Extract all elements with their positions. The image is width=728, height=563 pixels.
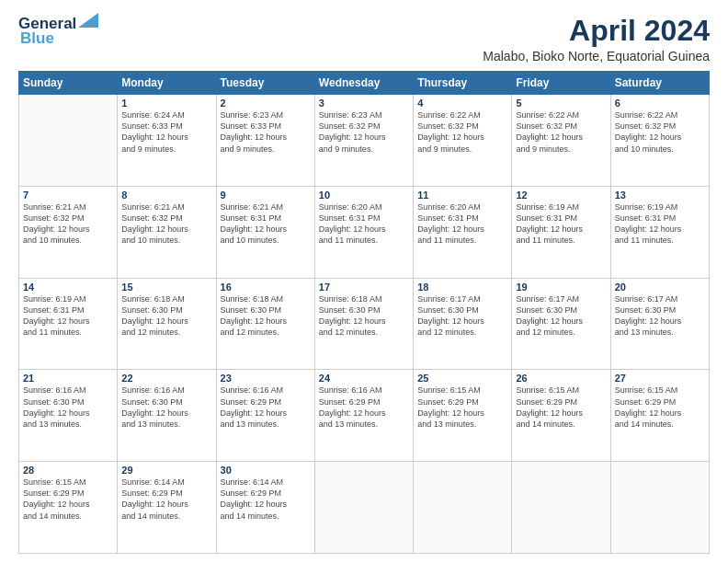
day-info: Sunrise: 6:18 AMSunset: 6:30 PMDaylight:… (121, 293, 211, 339)
title-section: April 2024 Malabo, Bioko Norte, Equatori… (483, 15, 710, 63)
calendar-cell: 5Sunrise: 6:22 AMSunset: 6:32 PMDaylight… (512, 95, 610, 187)
col-tuesday: Tuesday (216, 72, 314, 95)
calendar-cell: 13Sunrise: 6:19 AMSunset: 6:31 PMDayligh… (610, 186, 709, 278)
week-row-2: 7Sunrise: 6:21 AMSunset: 6:32 PMDaylight… (19, 186, 710, 278)
calendar-cell: 1Sunrise: 6:24 AMSunset: 6:33 PMDaylight… (118, 95, 216, 187)
calendar-cell (610, 462, 709, 554)
svg-marker-0 (78, 13, 98, 28)
day-info: Sunrise: 6:17 AMSunset: 6:30 PMDaylight:… (615, 293, 705, 339)
day-number: 17 (319, 282, 409, 293)
day-number: 30 (221, 465, 311, 476)
day-number: 10 (319, 190, 409, 201)
day-info: Sunrise: 6:19 AMSunset: 6:31 PMDaylight:… (615, 201, 705, 247)
day-number: 3 (319, 98, 409, 109)
day-info: Sunrise: 6:15 AMSunset: 6:29 PMDaylight:… (23, 477, 113, 522)
day-number: 1 (121, 98, 211, 109)
day-number: 19 (516, 282, 606, 293)
day-info: Sunrise: 6:17 AMSunset: 6:30 PMDaylight:… (516, 293, 606, 339)
day-info: Sunrise: 6:14 AMSunset: 6:29 PMDaylight:… (221, 477, 311, 522)
calendar-cell (512, 462, 610, 554)
week-row-3: 14Sunrise: 6:19 AMSunset: 6:31 PMDayligh… (19, 278, 710, 370)
day-number: 7 (23, 190, 113, 201)
calendar-cell: 29Sunrise: 6:14 AMSunset: 6:29 PMDayligh… (118, 462, 216, 554)
day-info: Sunrise: 6:20 AMSunset: 6:31 PMDaylight:… (319, 201, 409, 247)
day-info: Sunrise: 6:17 AMSunset: 6:30 PMDaylight:… (417, 293, 507, 339)
calendar-cell: 7Sunrise: 6:21 AMSunset: 6:32 PMDaylight… (19, 186, 118, 278)
day-info: Sunrise: 6:16 AMSunset: 6:29 PMDaylight:… (319, 385, 409, 430)
day-number: 8 (121, 190, 211, 201)
day-number: 5 (516, 98, 606, 109)
day-number: 27 (615, 373, 705, 384)
day-info: Sunrise: 6:15 AMSunset: 6:29 PMDaylight:… (516, 385, 606, 430)
day-number: 15 (121, 282, 211, 293)
day-number: 24 (319, 373, 409, 384)
calendar-cell: 28Sunrise: 6:15 AMSunset: 6:29 PMDayligh… (19, 462, 118, 554)
logo: General Blue (18, 15, 98, 48)
col-wednesday: Wednesday (314, 72, 413, 95)
main-title: April 2024 (483, 15, 710, 47)
day-number: 25 (417, 373, 507, 384)
col-monday: Monday (118, 72, 216, 95)
calendar-cell: 18Sunrise: 6:17 AMSunset: 6:30 PMDayligh… (414, 278, 512, 370)
col-thursday: Thursday (414, 72, 512, 95)
day-info: Sunrise: 6:22 AMSunset: 6:32 PMDaylight:… (615, 109, 705, 155)
day-number: 16 (221, 282, 311, 293)
day-info: Sunrise: 6:23 AMSunset: 6:32 PMDaylight:… (319, 109, 409, 155)
day-info: Sunrise: 6:18 AMSunset: 6:30 PMDaylight:… (319, 293, 409, 339)
calendar-cell: 27Sunrise: 6:15 AMSunset: 6:29 PMDayligh… (610, 370, 709, 462)
col-saturday: Saturday (610, 72, 709, 95)
header: General Blue April 2024 Malabo, Bioko No… (18, 15, 710, 63)
day-info: Sunrise: 6:20 AMSunset: 6:31 PMDaylight:… (417, 201, 507, 247)
day-number: 6 (615, 98, 705, 109)
calendar-cell: 15Sunrise: 6:18 AMSunset: 6:30 PMDayligh… (118, 278, 216, 370)
day-info: Sunrise: 6:21 AMSunset: 6:31 PMDaylight:… (221, 201, 311, 247)
day-info: Sunrise: 6:15 AMSunset: 6:29 PMDaylight:… (615, 385, 705, 430)
week-row-4: 21Sunrise: 6:16 AMSunset: 6:30 PMDayligh… (19, 370, 710, 462)
calendar-cell (414, 462, 512, 554)
calendar-cell: 22Sunrise: 6:16 AMSunset: 6:30 PMDayligh… (118, 370, 216, 462)
day-number: 11 (417, 190, 507, 201)
day-info: Sunrise: 6:15 AMSunset: 6:29 PMDaylight:… (417, 385, 507, 430)
day-info: Sunrise: 6:16 AMSunset: 6:30 PMDaylight:… (23, 385, 113, 430)
day-number: 23 (221, 373, 311, 384)
calendar: Sunday Monday Tuesday Wednesday Thursday… (18, 71, 710, 554)
calendar-cell: 11Sunrise: 6:20 AMSunset: 6:31 PMDayligh… (414, 186, 512, 278)
calendar-cell: 16Sunrise: 6:18 AMSunset: 6:30 PMDayligh… (216, 278, 314, 370)
day-info: Sunrise: 6:14 AMSunset: 6:29 PMDaylight:… (121, 477, 211, 522)
calendar-cell: 9Sunrise: 6:21 AMSunset: 6:31 PMDaylight… (216, 186, 314, 278)
logo-icon (78, 13, 98, 28)
day-info: Sunrise: 6:18 AMSunset: 6:30 PMDaylight:… (221, 293, 311, 339)
day-info: Sunrise: 6:21 AMSunset: 6:32 PMDaylight:… (23, 201, 113, 247)
calendar-cell: 14Sunrise: 6:19 AMSunset: 6:31 PMDayligh… (19, 278, 118, 370)
calendar-cell: 17Sunrise: 6:18 AMSunset: 6:30 PMDayligh… (314, 278, 413, 370)
calendar-cell: 30Sunrise: 6:14 AMSunset: 6:29 PMDayligh… (216, 462, 314, 554)
day-info: Sunrise: 6:22 AMSunset: 6:32 PMDaylight:… (417, 109, 507, 155)
week-row-1: 1Sunrise: 6:24 AMSunset: 6:33 PMDaylight… (19, 95, 710, 187)
day-info: Sunrise: 6:22 AMSunset: 6:32 PMDaylight:… (516, 109, 606, 155)
day-number: 22 (121, 373, 211, 384)
day-info: Sunrise: 6:21 AMSunset: 6:32 PMDaylight:… (121, 201, 211, 247)
calendar-cell: 4Sunrise: 6:22 AMSunset: 6:32 PMDaylight… (414, 95, 512, 187)
week-row-5: 28Sunrise: 6:15 AMSunset: 6:29 PMDayligh… (19, 462, 710, 554)
calendar-cell: 20Sunrise: 6:17 AMSunset: 6:30 PMDayligh… (610, 278, 709, 370)
day-number: 13 (615, 190, 705, 201)
page: General Blue April 2024 Malabo, Bioko No… (0, 0, 728, 563)
calendar-cell: 25Sunrise: 6:15 AMSunset: 6:29 PMDayligh… (414, 370, 512, 462)
calendar-cell: 24Sunrise: 6:16 AMSunset: 6:29 PMDayligh… (314, 370, 413, 462)
calendar-header-row: Sunday Monday Tuesday Wednesday Thursday… (19, 72, 710, 95)
calendar-cell: 8Sunrise: 6:21 AMSunset: 6:32 PMDaylight… (118, 186, 216, 278)
calendar-cell: 2Sunrise: 6:23 AMSunset: 6:33 PMDaylight… (216, 95, 314, 187)
day-number: 2 (221, 98, 311, 109)
day-number: 9 (221, 190, 311, 201)
day-number: 20 (615, 282, 705, 293)
day-info: Sunrise: 6:19 AMSunset: 6:31 PMDaylight:… (23, 293, 113, 339)
calendar-cell: 6Sunrise: 6:22 AMSunset: 6:32 PMDaylight… (610, 95, 709, 187)
day-info: Sunrise: 6:16 AMSunset: 6:30 PMDaylight:… (121, 385, 211, 430)
calendar-cell: 21Sunrise: 6:16 AMSunset: 6:30 PMDayligh… (19, 370, 118, 462)
day-number: 29 (121, 465, 211, 476)
calendar-cell (19, 95, 118, 187)
calendar-cell: 26Sunrise: 6:15 AMSunset: 6:29 PMDayligh… (512, 370, 610, 462)
day-info: Sunrise: 6:24 AMSunset: 6:33 PMDaylight:… (121, 109, 211, 155)
subtitle: Malabo, Bioko Norte, Equatorial Guinea (483, 49, 710, 63)
day-info: Sunrise: 6:16 AMSunset: 6:29 PMDaylight:… (221, 385, 311, 430)
